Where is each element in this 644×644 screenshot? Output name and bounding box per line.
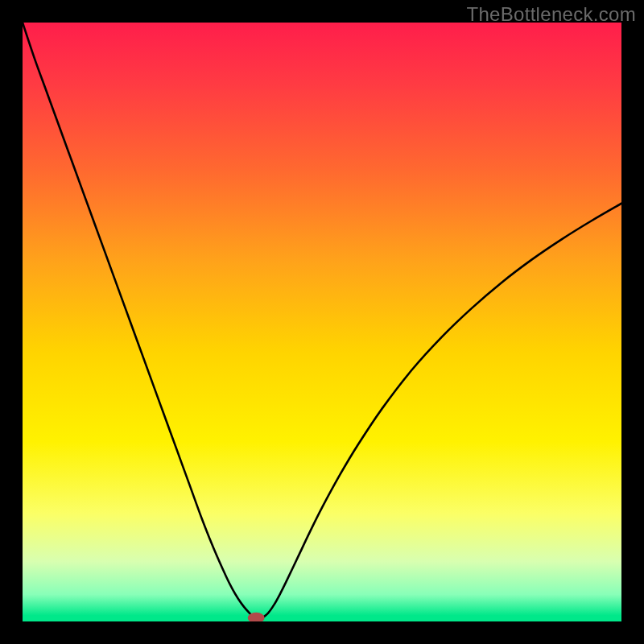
watermark-text: TheBottleneck.com [466, 3, 636, 26]
bottleneck-chart [23, 23, 621, 621]
chart-frame [23, 23, 621, 621]
chart-background [23, 23, 621, 621]
